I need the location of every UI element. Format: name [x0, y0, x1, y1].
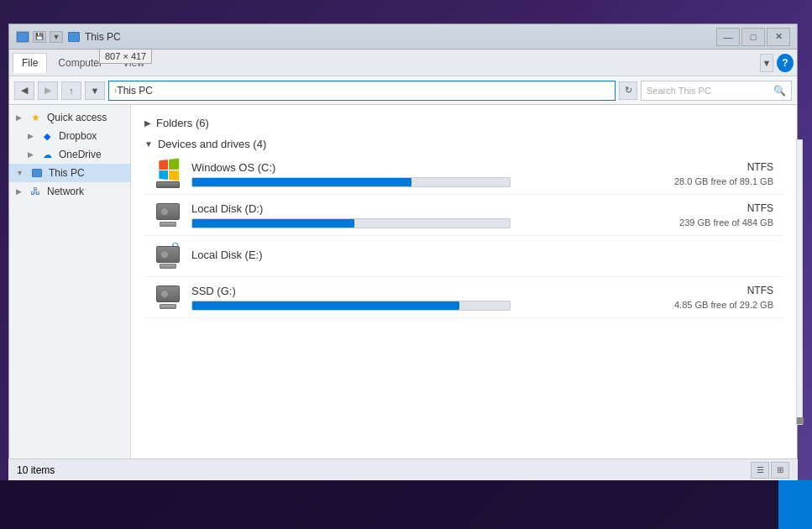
- folders-section-header[interactable]: ▶ Folders (6): [144, 112, 783, 133]
- drive-g[interactable]: SSD (G:) NTFS 4.85 GB free of 29.2 GB: [144, 277, 783, 318]
- drive-d[interactable]: Local Disk (D:) NTFS 239 GB free of 484 …: [144, 195, 783, 236]
- search-icon: 🔍: [773, 85, 786, 97]
- local-disk-e-icon: 🔒: [155, 243, 181, 270]
- ribbon-dropdown-btn[interactable]: ▼: [760, 54, 773, 72]
- taskbar-accent: [778, 480, 812, 529]
- drive-e-name: Local Disk (E:): [191, 249, 629, 261]
- sidebar-item-onedrive[interactable]: ▶ ☁ OneDrive: [9, 145, 130, 164]
- computer-tab-label: Computer: [58, 57, 102, 69]
- windows-os-icon: [155, 160, 181, 187]
- drives-section-label: Devices and drives (4): [158, 138, 266, 150]
- dropbox-label: Dropbox: [59, 130, 97, 142]
- drive-c-progress: [191, 177, 511, 187]
- onedrive-chevron: ▶: [28, 150, 34, 159]
- folders-chevron-icon: ▶: [144, 118, 151, 128]
- large-icons-view-button[interactable]: ⊞: [771, 462, 789, 479]
- quick-access-label: Quick access: [47, 112, 107, 123]
- this-pc-label: This PC: [49, 167, 85, 179]
- save-titlebar-icon: 💾: [33, 31, 46, 43]
- quick-access-chevron: ▶: [16, 113, 22, 122]
- maximize-button[interactable]: □: [741, 28, 765, 46]
- items-count: 10 items: [17, 464, 55, 476]
- drive-d-fill: [192, 219, 354, 228]
- scrollbar-thumb[interactable]: [797, 417, 804, 424]
- back-button[interactable]: ◀: [14, 81, 34, 100]
- dropbox-chevron: ▶: [28, 132, 34, 140]
- drives-chevron-icon: ▼: [144, 139, 153, 149]
- drive-d-details: NTFS 239 GB free of 484 GB: [639, 202, 773, 228]
- statusbar: 10 items ☰ ⊞: [8, 458, 798, 480]
- sidebar-item-network[interactable]: ▶ 🖧 Network: [9, 182, 130, 201]
- up-button[interactable]: ↑: [61, 81, 81, 100]
- network-chevron: ▶: [16, 187, 22, 196]
- extra-titlebar-icon: ▼: [50, 31, 63, 43]
- sidebar-item-this-pc[interactable]: ▼ This PC: [9, 164, 130, 182]
- close-button[interactable]: ✕: [767, 28, 790, 46]
- titlebar-icons: 💾 ▼: [16, 31, 63, 43]
- drive-c-fs: NTFS: [639, 161, 773, 173]
- drive-d-fs: NTFS: [639, 202, 773, 214]
- onedrive-label: OneDrive: [59, 149, 102, 160]
- drive-g-space: 4.85 GB free of 29.2 GB: [639, 300, 773, 310]
- drive-c-name: Windows OS (C:): [191, 161, 629, 174]
- recent-locations-button[interactable]: ▼: [85, 81, 105, 100]
- onedrive-icon: ☁: [40, 149, 54, 160]
- forward-button[interactable]: ▶: [38, 81, 58, 100]
- drive-g-name: SSD (G:): [191, 285, 629, 297]
- taskbar: [0, 480, 812, 529]
- drive-g-fs: NTFS: [639, 285, 773, 296]
- file-tab-label: File: [22, 57, 38, 69]
- help-btn[interactable]: ?: [777, 54, 794, 72]
- drive-e-info: Local Disk (E:): [191, 249, 629, 264]
- main-area: ▶ ★ Quick access ▶ ◆ Dropbox ▶ ☁ OneDriv…: [9, 105, 797, 476]
- network-icon: 🖧: [29, 186, 42, 197]
- search-placeholder: Search This PC: [647, 86, 711, 96]
- dropbox-icon: ◆: [40, 130, 54, 142]
- drive-g-progress: [191, 301, 511, 311]
- content-panel: ▶ Folders (6) ▼ Devices and drives (4): [131, 105, 797, 476]
- drives-list: Windows OS (C:) NTFS 28.0 GB free of 89.…: [144, 154, 783, 318]
- window-title-text: This PC: [85, 31, 121, 43]
- tab-file[interactable]: File: [13, 53, 47, 73]
- vertical-scrollbar[interactable]: [796, 139, 803, 425]
- pc-titlebar-icon: [16, 31, 29, 43]
- star-icon: ★: [29, 112, 42, 123]
- details-view-button[interactable]: ☰: [751, 462, 769, 479]
- drive-c[interactable]: Windows OS (C:) NTFS 28.0 GB free of 89.…: [144, 154, 783, 195]
- drives-section-header[interactable]: ▼ Devices and drives (4): [144, 133, 783, 154]
- drive-c-fill: [192, 178, 411, 186]
- drive-c-space: 28.0 GB free of 89.1 GB: [639, 176, 773, 186]
- titlebar: 💾 ▼ This PC — □ ✕: [9, 24, 797, 50]
- explorer-window: 💾 ▼ This PC — □ ✕ File Computer View ▼ ?…: [8, 24, 798, 477]
- sidebar-item-quick-access[interactable]: ▶ ★ Quick access: [9, 108, 130, 127]
- drive-g-details: NTFS 4.85 GB free of 29.2 GB: [639, 285, 773, 310]
- drive-g-info: SSD (G:): [191, 285, 629, 311]
- size-tooltip: 807 × 417: [99, 49, 152, 64]
- folders-section-label: Folders (6): [156, 117, 209, 129]
- refresh-button[interactable]: ↻: [619, 81, 637, 100]
- ssd-g-icon: [155, 284, 181, 311]
- network-label: Network: [47, 186, 84, 197]
- local-disk-d-icon: [155, 202, 181, 228]
- tooltip-text: 807 × 417: [105, 51, 146, 61]
- drive-e[interactable]: 🔒 Local Disk (E:): [144, 236, 783, 277]
- pc-icon: [68, 32, 80, 42]
- minimize-button[interactable]: —: [716, 28, 740, 46]
- search-box[interactable]: Search This PC 🔍: [641, 81, 792, 101]
- this-pc-chevron: ▼: [16, 169, 24, 177]
- drive-d-info: Local Disk (D:): [191, 202, 629, 228]
- titlebar-title: This PC: [68, 31, 716, 43]
- sidebar: ▶ ★ Quick access ▶ ◆ Dropbox ▶ ☁ OneDriv…: [9, 105, 131, 476]
- drive-d-name: Local Disk (D:): [191, 202, 629, 215]
- titlebar-controls: — □ ✕: [716, 28, 790, 46]
- windows-logo-icon: [159, 159, 179, 181]
- drive-c-info: Windows OS (C:): [191, 161, 629, 187]
- address-path-text: This PC: [117, 85, 153, 97]
- this-pc-icon: [30, 167, 44, 179]
- sidebar-item-dropbox[interactable]: ▶ ◆ Dropbox: [9, 127, 130, 145]
- view-controls: ☰ ⊞: [751, 462, 789, 479]
- drive-d-progress: [191, 218, 511, 228]
- drive-g-fill: [192, 301, 459, 310]
- drive-c-details: NTFS 28.0 GB free of 89.1 GB: [639, 161, 773, 186]
- address-input[interactable]: › This PC: [108, 81, 616, 101]
